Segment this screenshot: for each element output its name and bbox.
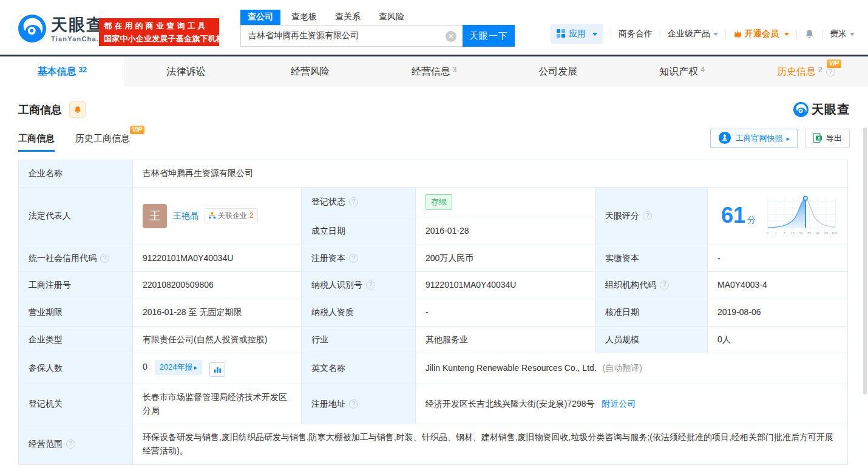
divider bbox=[725, 30, 726, 38]
apps-menu[interactable]: 应用 bbox=[551, 24, 603, 44]
notification-bell[interactable] bbox=[804, 29, 815, 39]
svg-text:100: 100 bbox=[832, 231, 838, 235]
monitor-bell-button[interactable] bbox=[69, 101, 86, 118]
top-header: 天眼查 TianYanCha.com 都在用的商业查询工具 国家中小企业发展子基… bbox=[0, 0, 868, 55]
tab-label: 法律诉讼 bbox=[166, 66, 205, 78]
table-row: 工商注册号 220108200509806 纳税人识别号 91220101MA0… bbox=[19, 272, 848, 299]
tab-history-info[interactable]: VIP 历史信息 2 bbox=[744, 56, 868, 87]
staff-size-value: 0人 bbox=[708, 326, 848, 353]
english-name-cell: Jilin Kunteng Renewable Resources Co., L… bbox=[416, 353, 848, 384]
nav-cooperation[interactable]: 商务合作 bbox=[619, 29, 653, 39]
company-tabbar: 基本信息 32 法律诉讼 经营风险 经营信息 3 公司发展 知识产权 4 VIP… bbox=[0, 55, 868, 87]
search-input[interactable]: 吉林省坤腾再生资源有限公司 ✕ bbox=[240, 25, 463, 47]
org-chart-icon bbox=[209, 212, 215, 219]
paid-capital-label: 实缴资本 bbox=[595, 245, 708, 272]
export-button[interactable]: X 导出 bbox=[805, 129, 850, 148]
tab-count: 2 bbox=[818, 66, 822, 74]
search-tab-risk[interactable]: 查风险 bbox=[371, 10, 412, 25]
arrow-right-icon: ▸ bbox=[194, 362, 198, 373]
legal-rep-name-link[interactable]: 王艳晶 bbox=[173, 209, 198, 223]
nav-enterprise[interactable]: 企业级产品 bbox=[668, 29, 718, 39]
excel-icon: X bbox=[813, 133, 822, 144]
arrow-right-icon: ▸ bbox=[786, 135, 790, 143]
address-cell: 经济开发区长吉北线兴隆大街(安龙泉)7298号 附近公司 bbox=[416, 384, 848, 424]
search-area: 查公司 查老板 查关系 查风险 吉林省坤腾再生资源有限公司 ✕ 天眼一下 bbox=[240, 10, 515, 47]
help-icon[interactable] bbox=[366, 280, 375, 290]
user-menu[interactable]: 费米 bbox=[830, 29, 855, 39]
legal-rep-cell: 王 王艳晶 关联企业 2 bbox=[133, 187, 302, 245]
scrollbar[interactable] bbox=[863, 127, 867, 395]
tab-company-development[interactable]: 公司发展 bbox=[496, 56, 620, 87]
score-cell[interactable]: 61分 bbox=[708, 187, 848, 245]
credit-code-value: 91220101MA0Y40034U bbox=[133, 245, 302, 272]
vip-badge: VIP bbox=[827, 59, 841, 68]
related-companies-badge[interactable]: 关联企业 2 bbox=[205, 208, 258, 223]
related-count: 2 bbox=[249, 210, 254, 222]
bar-chart-icon bbox=[214, 365, 222, 373]
nearby-companies-link[interactable]: 附近公司 bbox=[602, 399, 636, 409]
establish-date-value: 2016-01-28 bbox=[416, 217, 595, 245]
clear-icon[interactable]: ✕ bbox=[446, 31, 456, 42]
tab-count: 4 bbox=[700, 66, 705, 74]
tab-operation-info[interactable]: 经营信息 3 bbox=[372, 56, 496, 87]
auto-translate-note: (自动翻译) bbox=[603, 363, 642, 373]
banner-line1: 都在用的商业查询工具 bbox=[104, 21, 214, 32]
help-icon[interactable] bbox=[66, 439, 75, 449]
export-label: 导出 bbox=[826, 133, 842, 144]
table-row: 营业期限 2016-01-28 至 无固定期限 纳税人资质 - 核准日期 201… bbox=[19, 299, 848, 327]
annual-report-badge[interactable]: 2024年报 ▸ bbox=[155, 360, 202, 375]
crown-icon bbox=[733, 29, 742, 39]
tianyancha-logo-icon bbox=[18, 15, 46, 45]
user-name: 费米 bbox=[830, 29, 847, 39]
svg-text:85: 85 bbox=[807, 231, 812, 235]
svg-text:99: 99 bbox=[824, 231, 828, 235]
chevron-down-icon bbox=[592, 33, 597, 36]
subtab-history-business-info[interactable]: VIP 历史工商信息 bbox=[75, 133, 130, 152]
help-icon[interactable] bbox=[100, 254, 109, 263]
help-icon[interactable] bbox=[660, 280, 669, 290]
search-tab-boss[interactable]: 查老板 bbox=[284, 10, 324, 25]
tab-operation-risk[interactable]: 经营风险 bbox=[248, 56, 372, 87]
vip-badge: VIP bbox=[130, 126, 144, 134]
chevron-down-icon bbox=[713, 33, 718, 36]
svg-text:15: 15 bbox=[791, 231, 795, 235]
avatar[interactable]: 王 bbox=[143, 204, 167, 228]
help-icon[interactable] bbox=[826, 67, 835, 76]
help-icon[interactable] bbox=[349, 254, 358, 263]
help-icon[interactable] bbox=[643, 211, 652, 220]
tab-intellectual-property[interactable]: 知识产权 4 bbox=[620, 56, 744, 87]
help-icon[interactable] bbox=[349, 197, 358, 206]
search-tab-company[interactable]: 查公司 bbox=[240, 10, 280, 25]
business-term-label: 营业期限 bbox=[19, 299, 133, 327]
table-row: 企业类型 有限责任公司(自然人投资或控股) 行业 其他服务业 人员规模 0人 bbox=[19, 326, 848, 353]
svg-text:50: 50 bbox=[799, 231, 803, 235]
score-unit: 分 bbox=[747, 215, 756, 225]
reg-status-value: 存续 bbox=[416, 187, 595, 217]
business-term-value: 2016-01-28 至 无固定期限 bbox=[133, 299, 302, 327]
tab-legal[interactable]: 法律诉讼 bbox=[124, 56, 248, 87]
related-label: 关联企业 bbox=[218, 210, 247, 222]
help-icon[interactable] bbox=[349, 399, 358, 409]
table-row: 登记机关 长春市市场监督管理局经济技术开发区分局 注册地址 经济开发区长吉北线兴… bbox=[19, 384, 848, 424]
nav-vip[interactable]: 开通会员 bbox=[733, 29, 789, 39]
table-row: 经营范围 环保设备研发与销售,废旧纺织品研发与销售,防寒大棚被加工与销售,时装、… bbox=[19, 424, 848, 464]
insured-count-value: 0 bbox=[143, 362, 147, 371]
staff-size-label: 人员规模 bbox=[595, 326, 708, 353]
official-snapshot-button[interactable]: 工商官网快照 ▸ bbox=[710, 129, 798, 148]
business-info-table: 企业名称 吉林省坤腾再生资源有限公司 法定代表人 王 王艳晶 关联企业 2 bbox=[18, 160, 848, 465]
divider bbox=[796, 30, 797, 38]
banner-line2: 国家中小企业发展子基金旗下机构 bbox=[104, 33, 214, 44]
subtab-business-info[interactable]: 工商信息 bbox=[18, 133, 55, 152]
trend-chart-button[interactable] bbox=[209, 362, 225, 377]
search-tab-relation[interactable]: 查关系 bbox=[328, 10, 368, 25]
reg-capital-label: 注册资本 bbox=[302, 245, 416, 272]
reg-status-label: 登记状态 bbox=[302, 187, 416, 217]
tab-label: 基本信息 bbox=[37, 66, 76, 78]
company-type-label: 企业类型 bbox=[19, 326, 133, 353]
business-scope-label: 经营范围 bbox=[19, 424, 133, 464]
apps-label: 应用 bbox=[569, 29, 586, 39]
stamp-icon bbox=[718, 131, 731, 146]
org-code-value: MA0Y4003-4 bbox=[708, 272, 848, 299]
tab-basic-info[interactable]: 基本信息 32 bbox=[0, 56, 124, 87]
search-button[interactable]: 天眼一下 bbox=[463, 25, 515, 47]
